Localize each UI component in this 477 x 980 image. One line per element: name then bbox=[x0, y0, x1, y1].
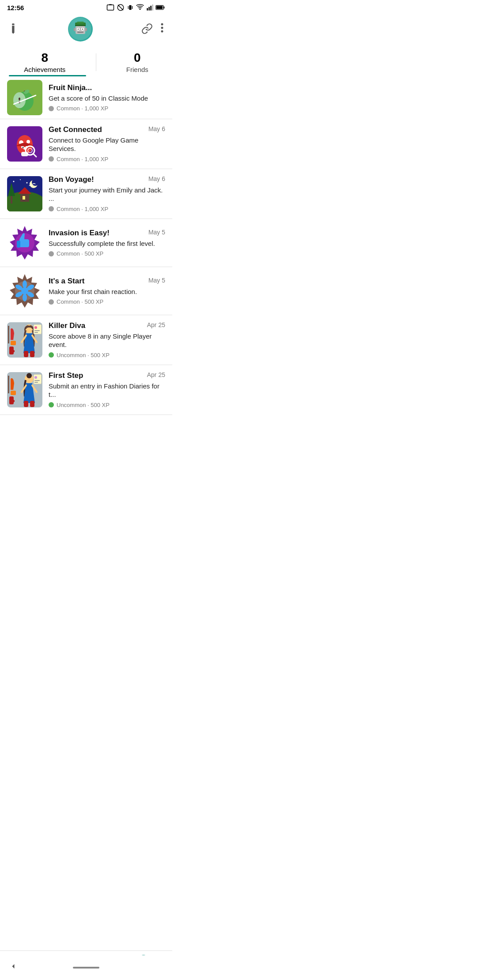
svg-line-3 bbox=[118, 5, 123, 10]
svg-rect-17 bbox=[77, 22, 84, 23]
its-a-start-icon bbox=[7, 273, 42, 309]
wifi-icon bbox=[136, 4, 144, 11]
rarity-text: Common · 1,000 XP bbox=[57, 105, 108, 112]
svg-rect-26 bbox=[85, 28, 87, 31]
achievement-item[interactable]: Killer Diva Apr 25 Score above 8 in any … bbox=[0, 315, 172, 365]
achievements-tab-indicator bbox=[9, 75, 86, 76]
screenshot-icon bbox=[106, 4, 114, 11]
link-icon bbox=[141, 23, 153, 34]
achievement-date: Apr 25 bbox=[147, 321, 165, 328]
more-button[interactable] bbox=[161, 23, 163, 36]
svg-point-7 bbox=[140, 8, 141, 10]
killer-diva-icon bbox=[7, 322, 42, 358]
svg-rect-10 bbox=[150, 6, 151, 11]
svg-rect-0 bbox=[107, 5, 114, 10]
svg-rect-4 bbox=[129, 5, 131, 10]
achievement-title: Bon Voyage! bbox=[49, 175, 145, 184]
first-step-icon bbox=[7, 372, 42, 407]
svg-point-54 bbox=[32, 179, 39, 186]
svg-rect-89 bbox=[34, 330, 40, 331]
svg-rect-18 bbox=[75, 25, 86, 26]
achievement-info: Killer Diva Apr 25 Score above 8 in any … bbox=[49, 321, 165, 358]
achievement-info: It's a Start May 5 Make your first chain… bbox=[49, 277, 165, 305]
svg-rect-23 bbox=[82, 29, 83, 30]
friends-tab-indicator bbox=[86, 75, 163, 76]
achievement-date: May 6 bbox=[148, 175, 165, 182]
achievement-desc: Successfully complete the first level. bbox=[49, 239, 165, 248]
achievement-desc: Start your journey with Emily and Jack. … bbox=[49, 186, 165, 203]
fruit-ninja-icon bbox=[7, 80, 42, 115]
achievement-item[interactable]: Fruit Ninja... Get a score of 50 in Clas… bbox=[0, 76, 172, 119]
svg-point-88 bbox=[34, 326, 37, 329]
achievements-stat[interactable]: 8 Achievements bbox=[24, 51, 65, 73]
status-bar: 12:56 bbox=[0, 0, 172, 13]
achievement-image bbox=[7, 126, 42, 162]
rarity-dot bbox=[49, 206, 54, 211]
achievement-info: Get Connected May 6 Connect to Google Pl… bbox=[49, 125, 165, 162]
achievement-item[interactable]: Invasion is Easy! May 5 Successfully com… bbox=[0, 219, 172, 267]
achievement-image bbox=[7, 322, 42, 358]
achievement-item[interactable]: Get Connected May 6 Connect to Google Pl… bbox=[0, 119, 172, 169]
achievement-header: It's a Start May 5 bbox=[49, 277, 165, 286]
achievement-meta: Uncommon · 500 XP bbox=[49, 402, 165, 408]
invasion-icon bbox=[7, 225, 42, 260]
achievement-image bbox=[7, 273, 42, 309]
achievement-meta: Common · 500 XP bbox=[49, 298, 165, 305]
more-icon bbox=[161, 23, 163, 33]
achievement-desc: Score above 8 in any Single Player event… bbox=[49, 332, 165, 349]
friends-tab[interactable] bbox=[86, 75, 163, 76]
rarity-text: Common · 1,000 XP bbox=[57, 206, 108, 212]
svg-point-97 bbox=[26, 373, 32, 378]
rarity-dot bbox=[49, 156, 54, 162]
status-icons bbox=[106, 4, 165, 11]
battery-icon bbox=[155, 4, 165, 11]
rarity-text: Uncommon · 500 XP bbox=[57, 402, 110, 408]
achievement-meta: Common · 500 XP bbox=[49, 250, 165, 257]
rarity-dot bbox=[49, 106, 54, 111]
svg-point-72 bbox=[23, 294, 27, 302]
achievement-info: Invasion is Easy! May 5 Successfully com… bbox=[49, 229, 165, 257]
svg-rect-13 bbox=[163, 7, 164, 9]
svg-rect-11 bbox=[152, 4, 153, 10]
svg-point-28 bbox=[161, 26, 163, 29]
achievement-desc: Connect to Google Play Game Services. bbox=[49, 136, 165, 153]
signal-icon bbox=[146, 4, 153, 11]
achievement-date: May 5 bbox=[148, 229, 165, 236]
achievement-header: Get Connected May 6 bbox=[49, 125, 165, 134]
svg-rect-6 bbox=[132, 6, 132, 9]
achievement-title: Invasion is Easy! bbox=[49, 229, 145, 237]
svg-point-103 bbox=[34, 376, 37, 379]
avatar-image bbox=[69, 18, 91, 40]
svg-rect-67 bbox=[17, 241, 20, 248]
avatar[interactable] bbox=[68, 17, 93, 41]
app-bar bbox=[0, 13, 172, 47]
friends-stat[interactable]: 0 Friends bbox=[126, 51, 148, 73]
achievement-meta: Common · 1,000 XP bbox=[49, 206, 165, 212]
svg-rect-86 bbox=[30, 351, 34, 357]
achievement-title: Get Connected bbox=[49, 125, 145, 134]
svg-rect-81 bbox=[11, 341, 16, 345]
achievements-tab[interactable] bbox=[9, 75, 86, 76]
rarity-dot bbox=[49, 352, 54, 358]
edit-button[interactable] bbox=[6, 21, 23, 38]
achievement-header: Fruit Ninja... bbox=[49, 83, 165, 92]
rarity-text: Common · 1,000 XP bbox=[57, 156, 108, 162]
tabs-row bbox=[0, 75, 172, 76]
achievement-item[interactable]: First Step Apr 25 Submit an entry in Fas… bbox=[0, 365, 172, 415]
svg-rect-80 bbox=[9, 350, 15, 352]
rarity-dot bbox=[49, 299, 54, 305]
svg-rect-85 bbox=[24, 351, 28, 357]
achievement-item[interactable]: It's a Start May 5 Make your first chain… bbox=[0, 267, 172, 315]
stat-divider bbox=[96, 53, 96, 71]
achievement-desc: Make your first chain reaction. bbox=[49, 287, 165, 296]
achievement-desc: Submit an entry in Fashion Diaries for t… bbox=[49, 382, 165, 399]
svg-point-57 bbox=[26, 182, 28, 183]
achievement-meta: Common · 1,000 XP bbox=[49, 156, 165, 162]
achievements-count: 8 bbox=[41, 51, 48, 65]
achievement-list: Fruit Ninja... Get a score of 50 in Clas… bbox=[0, 76, 172, 455]
svg-point-56 bbox=[20, 179, 21, 180]
achievement-item[interactable]: Bon Voyage! May 6 Start your journey wit… bbox=[0, 169, 172, 219]
svg-point-71 bbox=[23, 280, 27, 288]
svg-point-41 bbox=[26, 140, 30, 143]
link-button[interactable] bbox=[141, 23, 153, 36]
